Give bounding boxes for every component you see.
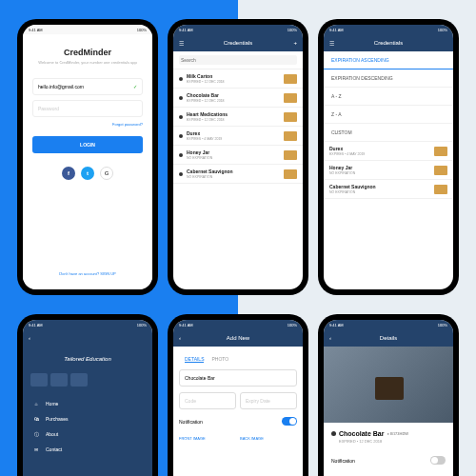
phone-filter: 9:41 AM100% ☰Credentials EXPIRATION ASCE… [318, 19, 459, 295]
back-icon[interactable]: ‹ [179, 335, 181, 341]
phone-details: 9:41 AM100% ‹Details Chocolate Bar● B173… [318, 314, 459, 476]
filter-option[interactable]: CUSTOM [324, 124, 453, 142]
header: ‹ [23, 329, 152, 341]
menu-icon[interactable]: ☰ [179, 40, 184, 47]
page-title: Credentials [224, 40, 252, 46]
back-image-label[interactable]: BACK IMAGE [240, 436, 297, 441]
item-status: EXPIRED • 12 DEC 2018 [339, 439, 446, 444]
search-input[interactable] [179, 55, 297, 65]
code-field[interactable]: Code [179, 392, 236, 409]
google-icon[interactable]: G [100, 167, 113, 180]
signup-prompt: Don't have an account? SIGN UP [59, 271, 115, 276]
password-field[interactable]: Password [32, 100, 143, 117]
twitter-icon[interactable]: t [81, 167, 94, 180]
phone-login: 9:41 AM100% CredMinder Welcome to CredMi… [17, 19, 158, 295]
list-item[interactable]: Cabernet SauvignonNO EXPIRATION [324, 180, 453, 199]
app-title: CredMinder [64, 48, 111, 57]
filter-option[interactable]: EXPIRATION DESCENDING [324, 69, 453, 88]
phone-addnew: 9:41 AM100% ‹Add New DETAILSPHOTO Chocol… [168, 314, 308, 476]
forgot-password-link[interactable]: Forgot password? [112, 122, 143, 127]
page-title: Details [380, 335, 397, 341]
back-icon[interactable]: ‹ [329, 335, 331, 341]
list-item[interactable]: Honey JarNO EXPIRATION [324, 161, 453, 180]
filter-option[interactable]: EXPIRATION ASCENDING [324, 51, 453, 69]
filter-option[interactable]: A - Z [324, 88, 453, 106]
tab-details[interactable]: DETAILS [185, 356, 204, 363]
item-name: Chocolate Bar [339, 430, 384, 437]
status-bar: 9:41 AM100% [173, 25, 303, 34]
list-item[interactable]: Heart MedicationsEXPIRED • 12 DEC 2018 [173, 108, 303, 127]
login-button[interactable]: LOGIN [32, 136, 143, 153]
list-item[interactable]: DurexEXPIRES • 4 MAY 2019 [173, 127, 303, 146]
page-title: Credentials [374, 40, 403, 46]
status-bar: 9:41 AM100% [324, 320, 453, 329]
list-item[interactable]: Honey JarNO EXPIRATION [173, 146, 303, 165]
filter-option[interactable]: Z - A [324, 106, 453, 124]
notification-label: Notification [331, 458, 355, 464]
brand-logo: Tailored Education [30, 356, 145, 362]
list-item[interactable]: Chocolate BarEXPIRED • 12 DEC 2018 [173, 89, 303, 108]
email-field[interactable]: hello.info@gmail.com ✓ [32, 78, 143, 95]
app-subtitle: Welcome to CredMinder, your number one c… [38, 60, 137, 65]
front-image-label[interactable]: FRONT IMAGE [179, 436, 236, 441]
nav-item-contact[interactable]: ✉Contact [30, 442, 145, 457]
menu-icon[interactable]: ☰ [329, 40, 334, 47]
tab-photo[interactable]: PHOTO [211, 356, 228, 363]
phone-credentials: 9:41 AM100% ☰Credentials+ Milk CartonEXP… [168, 19, 308, 295]
header: ‹Details [324, 329, 453, 347]
product-image [324, 347, 453, 423]
nav-item-purchases[interactable]: 🛍Purchases [30, 411, 145, 426]
facebook-icon[interactable]: f [62, 167, 75, 180]
list-item[interactable]: DurexEXPIRES • 4 MAY 2019 [324, 142, 453, 161]
header: ☰Credentials+ [173, 34, 303, 51]
list-item[interactable]: Cabernet SauvignonNO EXPIRATION [173, 165, 303, 184]
status-bar: 9:41 AM100% [23, 320, 152, 329]
name-field[interactable]: Chocolate Bar [179, 369, 297, 387]
notification-toggle[interactable] [430, 456, 446, 465]
page-title: Add New [227, 335, 249, 341]
status-bar: 9:41 AM100% [23, 25, 152, 34]
recent-thumbs [30, 373, 145, 387]
status-bar: 9:41 AM100% [173, 320, 303, 329]
signup-link[interactable]: SIGN UP [100, 271, 115, 276]
nav-item-about[interactable]: ⓘAbout [30, 426, 145, 442]
item-code: ● B173HDW [387, 431, 408, 436]
expiry-field[interactable]: Expiry Date [240, 392, 297, 409]
status-bar: 9:41 AM100% [324, 25, 453, 34]
phone-nav: 9:41 AM100% ‹ Tailored Education ⌂Home🛍P… [17, 314, 158, 476]
add-icon[interactable]: + [293, 40, 297, 46]
back-icon[interactable]: ‹ [29, 335, 30, 341]
list-item[interactable]: Milk CartonEXPIRED • 12 DEC 2018 [173, 69, 303, 89]
notification-toggle[interactable] [282, 417, 297, 426]
nav-item-home[interactable]: ⌂Home [30, 396, 145, 411]
header: ‹Add New [173, 329, 303, 347]
notification-label: Notification [179, 419, 203, 425]
header: ☰Credentials [324, 34, 453, 51]
